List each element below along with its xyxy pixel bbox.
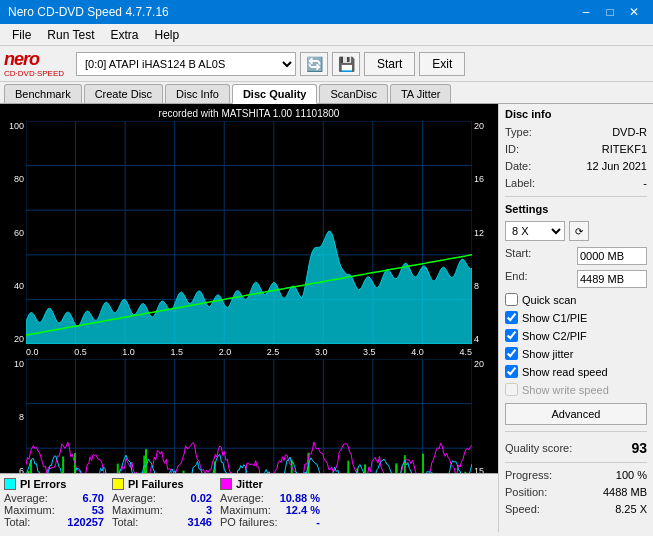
chart-area: recorded with MATSHITA 1.00 11101800 100… [0,104,498,473]
tab-scan-disc[interactable]: ScanDisc [319,84,387,103]
pi-errors-header: PI Errors [4,478,104,490]
chart-title: recorded with MATSHITA 1.00 11101800 [4,108,494,119]
pi-errors-max-label: Maximum: [4,504,55,516]
disc-date-row: Date: 12 Jun 2021 [505,160,647,172]
show-read-speed-checkbox[interactable] [505,365,518,378]
pi-errors-avg-value: 6.70 [83,492,104,504]
bottom-section: PI Errors Average: 6.70 Maximum: 53 Tota… [0,473,498,532]
speed-row: 8 X ⟳ [505,221,647,241]
save-button[interactable]: 💾 [332,52,360,76]
disc-id-value: RITEKF1 [602,143,647,155]
quality-score-row: Quality score: 93 [505,440,647,456]
show-c1pie-row[interactable]: Show C1/PIE [505,311,647,324]
top-x-axis: 0.0 0.5 1.0 1.5 2.0 2.5 3.0 3.5 4.0 4.5 [4,347,494,357]
jitter-avg-row: Average: 10.88 % [220,492,320,504]
pi-failures-avg-row: Average: 0.02 [112,492,212,504]
end-label: End: [505,270,528,288]
minimize-button[interactable]: – [575,3,597,21]
exit-button[interactable]: Exit [419,52,465,76]
drive-select[interactable]: [0:0] ATAPI iHAS124 B AL0S [76,52,296,76]
jitter-po-label: PO failures: [220,516,277,528]
divider-1 [505,196,647,197]
right-panel: Disc info Type: DVD-R ID: RITEKF1 Date: … [498,104,653,532]
top-chart: 100 80 60 40 20 20 16 12 8 4 [4,121,494,344]
show-jitter-label: Show jitter [522,348,573,360]
bottom-chart-plot [26,359,472,473]
speed-select[interactable]: 8 X [505,221,565,241]
position-row: Position: 4488 MB [505,486,647,498]
show-c2pif-row[interactable]: Show C2/PIF [505,329,647,342]
menu-help[interactable]: Help [147,26,188,44]
show-jitter-checkbox[interactable] [505,347,518,360]
jitter-po-row: PO failures: - [220,516,320,528]
jitter-group: Jitter Average: 10.88 % Maximum: 12.4 % … [220,478,320,528]
main-content: recorded with MATSHITA 1.00 11101800 100… [0,104,653,532]
pi-failures-max-value: 3 [206,504,212,516]
refresh-button[interactable]: 🔄 [300,52,328,76]
settings-icon-btn[interactable]: ⟳ [569,221,589,241]
tabs: Benchmark Create Disc Disc Info Disc Qua… [0,82,653,104]
disc-id-row: ID: RITEKF1 [505,143,647,155]
tab-disc-info[interactable]: Disc Info [165,84,230,103]
bottom-chart: 10 8 6 4 2 20 15 8 [4,359,494,473]
menu-file[interactable]: File [4,26,39,44]
pi-failures-label: PI Failures [128,478,184,490]
end-row: End: [505,270,647,288]
disc-date-label: Date: [505,160,531,172]
jitter-label: Jitter [236,478,263,490]
jitter-max-label: Maximum: [220,504,271,516]
start-button[interactable]: Start [364,52,415,76]
pi-failures-total-row: Total: 3146 [112,516,212,528]
show-write-speed-label: Show write speed [522,384,609,396]
bottom-y-axis-right: 20 15 8 [472,359,494,473]
show-write-speed-row: Show write speed [505,383,647,396]
nero-logo-sub: CD·DVD·SPEED [4,70,64,78]
quick-scan-row[interactable]: Quick scan [505,293,647,306]
pi-failures-avg-label: Average: [112,492,156,504]
jitter-max-value: 12.4 % [286,504,320,516]
start-input[interactable] [577,247,647,265]
menu-run-test[interactable]: Run Test [39,26,102,44]
title-bar: Nero CD-DVD Speed 4.7.7.16 – □ ✕ [0,0,653,24]
tab-ta-jitter[interactable]: TA Jitter [390,84,452,103]
end-input[interactable] [577,270,647,288]
disc-type-label: Type: [505,126,532,138]
jitter-max-row: Maximum: 12.4 % [220,504,320,516]
show-c1pie-checkbox[interactable] [505,311,518,324]
pi-errors-avg-label: Average: [4,492,48,504]
maximize-button[interactable]: □ [599,3,621,21]
divider-2 [505,431,647,432]
menu-extra[interactable]: Extra [102,26,146,44]
pi-errors-total-label: Total: [4,516,30,528]
position-label: Position: [505,486,547,498]
tab-benchmark[interactable]: Benchmark [4,84,82,103]
quality-score-label: Quality score: [505,442,572,454]
show-c1pie-label: Show C1/PIE [522,312,587,324]
pi-errors-max-row: Maximum: 53 [4,504,104,516]
show-c2pif-checkbox[interactable] [505,329,518,342]
disc-label-label: Label: [505,177,535,189]
jitter-color [220,478,232,490]
pi-errors-avg-row: Average: 6.70 [4,492,104,504]
pi-failures-color [112,478,124,490]
pi-failures-total-value: 3146 [188,516,212,528]
disc-type-value: DVD-R [612,126,647,138]
divider-3 [505,462,647,463]
pi-errors-color [4,478,16,490]
speed-label: Speed: [505,503,540,515]
jitter-avg-value: 10.88 % [280,492,320,504]
show-read-speed-label: Show read speed [522,366,608,378]
settings-title: Settings [505,203,647,215]
show-read-speed-row[interactable]: Show read speed [505,365,647,378]
show-write-speed-checkbox [505,383,518,396]
tab-disc-quality[interactable]: Disc Quality [232,84,318,104]
pi-failures-avg-value: 0.02 [191,492,212,504]
advanced-button[interactable]: Advanced [505,403,647,425]
close-button[interactable]: ✕ [623,3,645,21]
tab-create-disc[interactable]: Create Disc [84,84,163,103]
show-jitter-row[interactable]: Show jitter [505,347,647,360]
disc-label-row: Label: - [505,177,647,189]
show-c2pif-label: Show C2/PIF [522,330,587,342]
quick-scan-checkbox[interactable] [505,293,518,306]
disc-id-label: ID: [505,143,519,155]
